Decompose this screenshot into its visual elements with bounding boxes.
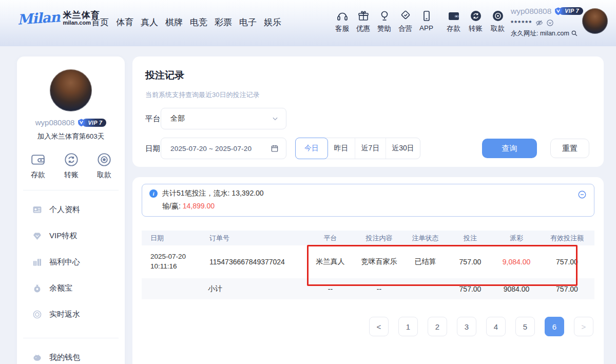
table-row: 2025-07-20 10:11:16 1154736667849377024 … (142, 245, 594, 278)
vip-gem-icon (32, 231, 42, 241)
pagination-next[interactable]: > (574, 317, 593, 336)
sidebar-menu: 个人资料 VIP特权 福利中心 余额宝 实时返水 (17, 190, 125, 328)
sidebar-item-profile[interactable]: 个人资料 (17, 197, 125, 223)
permanent-url-label: 永久网址: milan.com (511, 30, 569, 37)
col-bet: 投注 (447, 234, 493, 243)
sidebar-vip-badge: VIP 7 (77, 118, 106, 127)
summary-totals: 共计51笔投注，流水: 13,392.00 (162, 189, 264, 198)
money-pouch-icon (32, 283, 42, 293)
welfare-gift-icon (32, 257, 42, 267)
app-link[interactable]: APP (416, 9, 437, 33)
eye-off-icon[interactable] (535, 19, 543, 27)
header-avatar[interactable] (582, 8, 608, 34)
vip-level-label: VIP 7 (559, 7, 583, 15)
summary-banner: i 共计51笔投注，流水: 13,392.00 输/赢: 14,899.00 (142, 184, 594, 217)
cell-bet: 757.00 (447, 258, 493, 266)
date-range-input[interactable]: 2025-07-20 ~ 2025-07-20 (161, 138, 286, 159)
nav-sports[interactable]: 体育 (115, 16, 134, 28)
handshake-icon (399, 9, 412, 22)
sponsor-link[interactable]: 赞助 (374, 9, 395, 33)
promo-link[interactable]: 优惠 (353, 9, 374, 33)
sidebar-avatar[interactable] (50, 69, 92, 111)
nav-slots[interactable]: 电子 (238, 16, 258, 28)
joined-days-label: 加入米兰体育第603天 (17, 132, 125, 141)
main-nav: 首页 体育 真人 棋牌 电竞 彩票 电子 娱乐 (90, 16, 282, 28)
partnership-link[interactable]: 合营 (395, 9, 416, 33)
transfer-outline-icon (64, 152, 79, 167)
vip-shield-icon (554, 7, 563, 15)
sidebar-username: wyp080808 (35, 118, 75, 127)
pagination-page-6-active[interactable]: 6 (545, 317, 564, 336)
collapse-icon[interactable] (578, 190, 587, 199)
page-title: 投注记录 (145, 69, 184, 82)
rebate-coin-icon (32, 310, 42, 319)
date-quick-ranges: 今日 昨日 近7日 近30日 (295, 138, 420, 159)
cell-platform: 米兰真人 (306, 257, 355, 266)
circle-chevron-icon[interactable] (546, 19, 554, 27)
col-date: 日期 (142, 234, 201, 243)
nav-live[interactable]: 真人 (140, 16, 159, 28)
page-subtitle: 当前系统支持查询最近30日的投注记录 (145, 90, 259, 100)
platform-label: 平台: (145, 114, 162, 124)
col-status: 注单状态 (403, 234, 447, 243)
nav-esports[interactable]: 电竞 (189, 16, 208, 28)
sidebar-item-welfare[interactable]: 福利中心 (17, 249, 125, 275)
service-link[interactable]: 客服 (332, 9, 353, 33)
sidebar-deposit-button[interactable]: 存款 (30, 152, 46, 180)
bet-table: 日期 订单号 平台 投注内容 注单状态 投注 派彩 有效投注额 2025-07-… (142, 231, 594, 299)
sidebar-item-vip[interactable]: VIP特权 (17, 223, 125, 249)
transfer-circle-icon (470, 9, 482, 22)
pagination-page-4[interactable]: 4 (486, 317, 506, 336)
sidebar-quick-actions: 存款 转账 取款 (17, 152, 125, 180)
cell-status: 已结算 (403, 257, 447, 266)
range-30days[interactable]: 近30日 (386, 138, 420, 159)
filter-panel: 投注记录 当前系统支持查询最近30日的投注记录 平台: 全部 日期: 2025-… (132, 56, 604, 167)
headset-icon (336, 9, 349, 22)
pagination-page-1[interactable]: 1 (398, 317, 418, 336)
site-logo[interactable]: Milan 米兰体育 milan.com (17, 10, 100, 26)
pagination-page-2[interactable]: 2 (428, 317, 447, 336)
range-yesterday[interactable]: 昨日 (328, 138, 355, 159)
magnifier-icon[interactable] (571, 30, 578, 37)
date-range-value: 2025-07-20 ~ 2025-07-20 (170, 145, 271, 152)
sidebar-item-my-wallet[interactable]: 我的钱包 (17, 344, 125, 364)
nav-chess[interactable]: 棋牌 (164, 16, 184, 28)
query-button[interactable]: 查询 (482, 139, 537, 158)
reset-button[interactable]: 重置 (550, 139, 589, 158)
cell-date: 2025-07-20 10:11:16 (142, 252, 201, 272)
wallet-outline-icon (30, 152, 46, 167)
winloss-value: 14,899.00 (183, 202, 215, 210)
nav-home[interactable]: 首页 (90, 16, 110, 28)
nav-entertainment[interactable]: 娱乐 (263, 16, 282, 28)
deposit-link[interactable]: 存款 (443, 9, 464, 33)
pagination-page-3[interactable]: 3 (457, 317, 476, 336)
platform-select[interactable]: 全部 (161, 108, 286, 129)
cell-valid-bet: 757.00 (540, 258, 594, 266)
bet-records-panel: i 共计51笔投注，流水: 13,392.00 输/赢: 14,899.00 日… (132, 177, 604, 364)
gift-icon (357, 9, 370, 22)
trophy-icon (378, 9, 391, 22)
table-header-row: 日期 订单号 平台 投注内容 注单状态 投注 派彩 有效投注额 (142, 231, 594, 245)
sidebar-withdraw-button[interactable]: 取款 (97, 152, 111, 180)
pagination-page-5[interactable]: 5 (515, 317, 535, 336)
col-content: 投注内容 (355, 234, 403, 243)
winloss-label: 输/赢: (162, 202, 183, 210)
sidebar-item-rebate[interactable]: 实时返水 (17, 301, 125, 328)
pagination-prev[interactable]: < (369, 317, 389, 336)
username[interactable]: wyp080808 (511, 7, 551, 15)
wallet-icon (447, 9, 460, 22)
col-order-no: 订单号 (201, 234, 306, 243)
sidebar-transfer-button[interactable]: 转账 (64, 152, 79, 180)
withdraw-link[interactable]: 取款 (487, 9, 508, 33)
cell-payout: 9,084.00 (493, 258, 540, 266)
transfer-link[interactable]: 转账 (465, 9, 486, 33)
subtotal-platform: -- (306, 285, 355, 293)
range-today[interactable]: 今日 (295, 138, 328, 159)
col-payout: 派彩 (493, 234, 540, 243)
vip-badge: VIP 7 (554, 7, 583, 15)
sidebar-vip-level: VIP 7 (82, 119, 106, 127)
range-7days[interactable]: 近7日 (355, 138, 386, 159)
nav-lottery[interactable]: 彩票 (214, 16, 233, 28)
header-quick-links: 客服 优惠 赞助 合营 APP (332, 9, 508, 33)
sidebar-item-yuebao[interactable]: 余额宝 (17, 275, 125, 301)
